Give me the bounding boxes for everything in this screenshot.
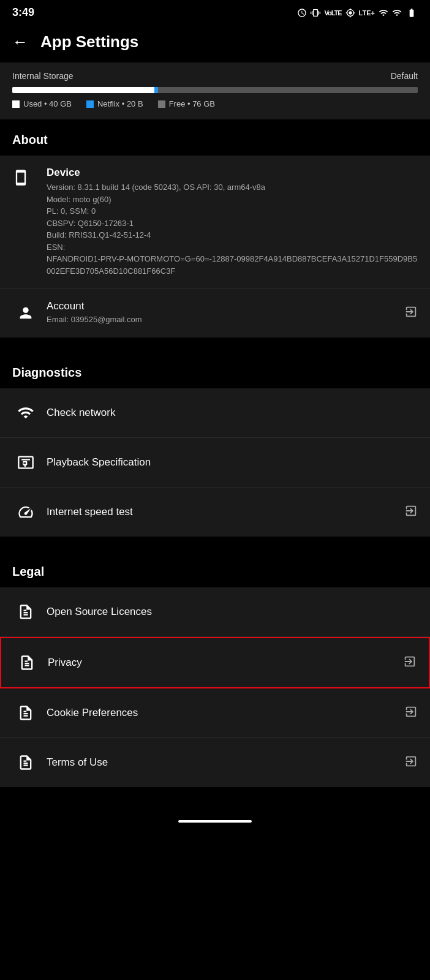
storage-bar-used: [12, 87, 154, 93]
privacy-doc-icon: [18, 654, 36, 671]
device-version: Version: 8.31.1 build 14 (code 50243), O…: [47, 181, 418, 194]
cookie-prefs-row[interactable]: Cookie Preferences: [0, 688, 430, 738]
storage-legend: Used • 40 GB Netflix • 20 B Free • 76 GB: [12, 99, 418, 108]
privacy-title: Privacy: [48, 657, 403, 669]
status-bar: 3:49 VoLTE LTE+: [0, 0, 430, 23]
storage-label: Internal Storage: [12, 71, 74, 81]
speed-icon: [12, 499, 39, 526]
device-cbspv: CBSPV: Q6150-17263-1: [47, 217, 418, 230]
legend-netflix: Netflix • 20 B: [86, 99, 143, 108]
playback-spec-row[interactable]: Playback Specification: [0, 438, 430, 488]
open-source-row[interactable]: Open Source Licences: [0, 587, 430, 637]
terms-doc-icon: [17, 754, 34, 771]
lte-icon: LTE+: [359, 9, 375, 17]
legend-dot-used: [12, 100, 20, 108]
account-arrow: [404, 305, 418, 322]
internet-speed-title: Internet speed test: [47, 506, 404, 518]
legal-list: Open Source Licences Privacy Cookie Pref…: [0, 587, 430, 787]
terms-of-use-arrow: [404, 755, 418, 771]
account-icon: [12, 300, 39, 326]
device-esn: ESN:: [47, 241, 418, 254]
privacy-content: Privacy: [40, 657, 403, 669]
storage-bar-free: [158, 87, 418, 93]
privacy-row[interactable]: Privacy: [0, 637, 430, 688]
about-section-header: About: [0, 119, 430, 156]
legend-used: Used • 40 GB: [12, 99, 72, 108]
storage-netflix-label: Netflix • 20 B: [97, 99, 143, 108]
diagnostics-section-header: Diagnostics: [0, 352, 430, 388]
storage-used-label: Used • 40 GB: [23, 99, 72, 108]
account-content: Account Email: 039525@gmail.com: [39, 300, 404, 325]
check-network-row[interactable]: Check network: [0, 388, 430, 438]
device-row: Device Version: 8.31.1 build 14 (code 50…: [0, 156, 430, 288]
doc-icon: [17, 603, 34, 620]
playback-spec-title: Playback Specification: [47, 456, 418, 469]
storage-default: Default: [391, 71, 418, 81]
device-text: Device Version: 8.31.1 build 14 (code 50…: [39, 167, 418, 277]
vibrate-icon: [311, 8, 320, 18]
diagnostics-title: Diagnostics: [12, 366, 81, 379]
account-subtitle: Email: 039525@gmail.com: [47, 314, 404, 325]
about-title: About: [12, 133, 48, 146]
open-source-title: Open Source Licences: [47, 606, 418, 618]
privacy-arrow: [403, 655, 417, 671]
open-source-icon: [12, 598, 39, 625]
cookie-prefs-arrow: [404, 705, 418, 722]
playback-spec-content: Playback Specification: [39, 456, 418, 469]
status-time: 3:49: [12, 6, 34, 19]
bottom-spacer: [0, 787, 430, 812]
legend-dot-free: [158, 100, 165, 108]
terms-of-use-row[interactable]: Terms of Use: [0, 738, 430, 787]
app-header: ← App Settings: [0, 23, 430, 62]
internet-speed-row[interactable]: Internet speed test: [0, 488, 430, 537]
internet-speed-content: Internet speed test: [39, 506, 404, 518]
legend-dot-netflix: [86, 100, 94, 108]
about-list: Device Version: 8.31.1 build 14 (code 50…: [0, 156, 430, 337]
cookie-doc-icon: [17, 704, 34, 722]
storage-section: Internal Storage Default Used • 40 GB Ne…: [0, 62, 430, 119]
check-network-content: Check network: [39, 407, 418, 419]
signal2-icon: [392, 8, 402, 18]
storage-free-label: Free • 76 GB: [169, 99, 215, 108]
account-row[interactable]: Account Email: 039525@gmail.com: [0, 288, 430, 337]
person-icon: [17, 304, 34, 322]
terms-of-use-title: Terms of Use: [47, 756, 404, 769]
legal-title: Legal: [12, 565, 44, 578]
device-icon: [12, 167, 39, 186]
volte-icon: VoLTE: [324, 9, 341, 17]
bottom-bar: [0, 812, 430, 829]
open-source-content: Open Source Licences: [39, 606, 418, 618]
cookie-icon: [12, 699, 39, 726]
terms-of-use-content: Terms of Use: [39, 756, 404, 769]
cookie-prefs-title: Cookie Preferences: [47, 707, 404, 719]
legal-section-header: Legal: [0, 551, 430, 587]
back-button[interactable]: ←: [12, 32, 28, 51]
terms-icon: [12, 749, 39, 776]
device-model: Model: moto g(60): [47, 194, 418, 206]
check-network-title: Check network: [47, 407, 418, 419]
legal-divider: [0, 537, 430, 551]
device-title: Device: [47, 167, 418, 179]
playback-icon: [12, 449, 39, 476]
diagnostics-list: Check network Playback Specification Int…: [0, 388, 430, 537]
diagnostics-divider: [0, 337, 430, 352]
privacy-icon: [13, 649, 40, 676]
battery-icon: [405, 8, 418, 18]
storage-bar-netflix: [154, 87, 159, 93]
account-title: Account: [47, 300, 404, 312]
legend-free: Free • 76 GB: [158, 99, 215, 108]
device-pl: PL: 0, SSM: 0: [47, 205, 418, 217]
storage-bar: [12, 87, 418, 93]
internet-speed-arrow: [404, 504, 418, 521]
status-icons: VoLTE LTE+: [297, 8, 418, 18]
network-icon: [12, 399, 39, 426]
alarm-icon: [297, 8, 307, 18]
storage-header: Internal Storage Default: [12, 71, 418, 81]
device-esn-value: NFANDROID1-PRV-P-MOTORMOTO=G=60=-12887-0…: [47, 253, 418, 277]
phone-icon: [12, 169, 29, 186]
signal1-icon: [379, 8, 388, 18]
locate-icon: [345, 8, 355, 18]
home-indicator: [178, 820, 252, 823]
cookie-prefs-content: Cookie Preferences: [39, 707, 404, 719]
app-title: App Settings: [40, 32, 138, 51]
